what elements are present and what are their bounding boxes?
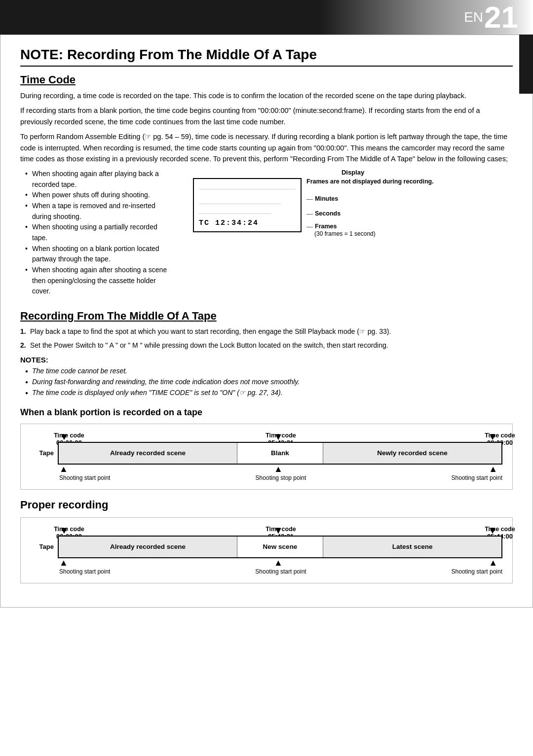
proper-seg1: Already recorded scene <box>59 537 237 557</box>
blank-seg3: Newly recorded scene <box>323 443 501 464</box>
proper-tape-diagram: Time code 00:00:00 Time code 05:43:21 Ti… <box>20 517 513 583</box>
time-code-title: Time Code <box>20 73 513 86</box>
time-code-para3: To perform Random Assemble Editing (☞ pg… <box>20 131 513 164</box>
note-item: The time code cannot be reset. <box>25 366 513 377</box>
proper-up-arrow1: ▲ <box>59 558 68 568</box>
blank-tc1-label: Time code <box>44 432 94 439</box>
display-label: Display <box>193 169 513 176</box>
proper-tape-label: Tape <box>31 543 58 550</box>
frames-annotation: — Frames (30 frames = 1 second) <box>306 222 513 237</box>
time-code-para1: During recording, a time code is recorde… <box>20 90 513 101</box>
blank-tc3-label: Time code <box>473 432 527 439</box>
list-item: When power shuts off during shooting. <box>25 190 173 201</box>
proper-up-arrow3: ▲ <box>489 558 497 568</box>
blank-tc2-label: Time code <box>254 432 308 439</box>
recording-title: Recording From The Middle Of A Tape <box>20 310 513 323</box>
bullet-list: When shooting again after playing back a… <box>20 169 173 297</box>
list-item: When shooting again after shooting a sce… <box>25 265 173 297</box>
proper-shoot3: Shooting start point <box>452 568 502 575</box>
blank-up-arrow2: ▲ <box>274 464 283 474</box>
seconds-annotation: — Seconds <box>306 210 513 217</box>
display-annotations: Frames are not displayed during recordin… <box>302 178 513 237</box>
blank-seg2: Blank <box>237 443 323 464</box>
blank-tape-bar: Already recorded scene Blank Newly recor… <box>58 442 502 465</box>
proper-tc2-label: Time code <box>254 526 308 533</box>
main-title: NOTE: Recording From The Middle Of A Tap… <box>20 47 513 67</box>
note-item: The time code is displayed only when "TI… <box>25 388 513 398</box>
proper-up-arrow2: ▲ <box>274 558 283 568</box>
frames-sub: (30 frames = 1 second) <box>306 230 513 237</box>
list-item: When shooting again after playing back a… <box>25 169 173 190</box>
note-item: During fast-forwarding and rewinding, th… <box>25 377 513 388</box>
notes-header: NOTES: <box>20 356 513 364</box>
proper-seg2: New scene <box>237 537 323 557</box>
list-item: When shooting using a partially recorded… <box>25 222 173 243</box>
blank-shoot2: Shooting stop point <box>256 474 306 481</box>
proper-tc3-label: Time code <box>473 526 527 533</box>
proper-shoot1: Shooting start point <box>59 568 110 575</box>
blank-tape-diagram: Time code 00:00:00 Time code 05:43:21 <box>20 424 513 490</box>
main-content: NOTE: Recording From The Middle Of A Tap… <box>0 35 533 608</box>
proper-tc1-label: Time code <box>44 526 94 533</box>
blank-shoot3: Shooting start point <box>452 474 502 481</box>
tc-display: TC 12:34:24 <box>199 219 259 227</box>
proper-seg3: Latest scene <box>323 537 501 557</box>
proper-shoot2: Shooting start point <box>255 568 306 575</box>
steps-list: 1. Play back a tape to find the spot at … <box>20 326 513 351</box>
diagram-area: When shooting again after playing back a… <box>20 169 513 301</box>
blank-tape-bar-row: Tape Already recorded scene Blank Newly … <box>31 442 502 465</box>
blank-section-title: When a blank portion is recorded on a ta… <box>20 407 513 418</box>
display-diagram: Display TC 12:34:24 Frames are <box>188 169 513 237</box>
list-item: When a tape is removed and re-inserted d… <box>25 201 173 222</box>
step-2: 2. Set the Power Switch to " A " or " M … <box>20 340 513 351</box>
notes-list: The time code cannot be reset. During fa… <box>20 366 513 398</box>
page-wrapper: EN 21 NOTE: Recording From The Middle Of… <box>0 0 533 756</box>
proper-tape-bar: Already recorded scene New scene Latest … <box>58 536 502 558</box>
blank-seg1: Already recorded scene <box>59 443 237 464</box>
blank-up-arrow1: ▲ <box>59 464 68 474</box>
minutes-annotation: — Minutes <box>306 195 513 203</box>
blank-tape-label: Tape <box>31 449 58 457</box>
step-1: 1. Play back a tape to find the spot at … <box>20 326 513 337</box>
bullet-column: When shooting again after playing back a… <box>20 169 173 301</box>
page-number: 21 <box>484 2 518 33</box>
display-box: TC 12:34:24 <box>193 178 302 232</box>
header-bar: EN 21 <box>0 0 533 35</box>
right-tab <box>519 35 533 94</box>
list-item: When shooting on a blank portion located… <box>25 244 173 265</box>
en-label: EN <box>464 9 483 25</box>
blank-up-arrow3: ▲ <box>489 464 497 474</box>
time-code-para2: If recording starts from a blank portion… <box>20 105 513 127</box>
proper-tape-bar-row: Tape Already recorded scene New scene La… <box>31 536 502 558</box>
blank-shoot1: Shooting start point <box>59 474 110 481</box>
frames-not-displayed: Frames are not displayed during recordin… <box>306 178 513 185</box>
proper-title: Proper recording <box>20 499 513 511</box>
